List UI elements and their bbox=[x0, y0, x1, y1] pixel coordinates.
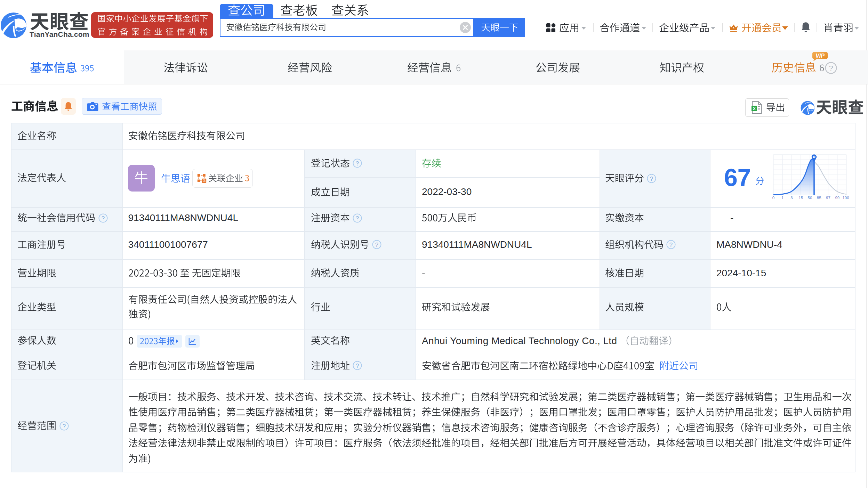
svg-text:?: ? bbox=[669, 242, 673, 248]
svg-text:99: 99 bbox=[835, 196, 839, 200]
svg-text:?: ? bbox=[356, 215, 359, 222]
svg-text:100: 100 bbox=[842, 196, 849, 200]
svg-text:?: ? bbox=[375, 242, 378, 248]
svg-text:?: ? bbox=[829, 64, 833, 72]
svg-text:3: 3 bbox=[790, 196, 793, 200]
svg-text:?: ? bbox=[102, 215, 105, 222]
svg-text:?: ? bbox=[356, 160, 359, 167]
svg-text:15: 15 bbox=[798, 196, 803, 200]
svg-text:X: X bbox=[753, 106, 756, 111]
svg-text:VIP: VIP bbox=[815, 53, 825, 59]
svg-text:97: 97 bbox=[826, 196, 830, 200]
svg-text:50: 50 bbox=[808, 196, 812, 200]
svg-text:0: 0 bbox=[772, 196, 774, 200]
svg-text:1: 1 bbox=[781, 196, 783, 200]
svg-text:?: ? bbox=[356, 363, 359, 369]
svg-text:?: ? bbox=[650, 176, 653, 182]
svg-text:85: 85 bbox=[817, 196, 821, 200]
svg-text:?: ? bbox=[63, 423, 66, 430]
